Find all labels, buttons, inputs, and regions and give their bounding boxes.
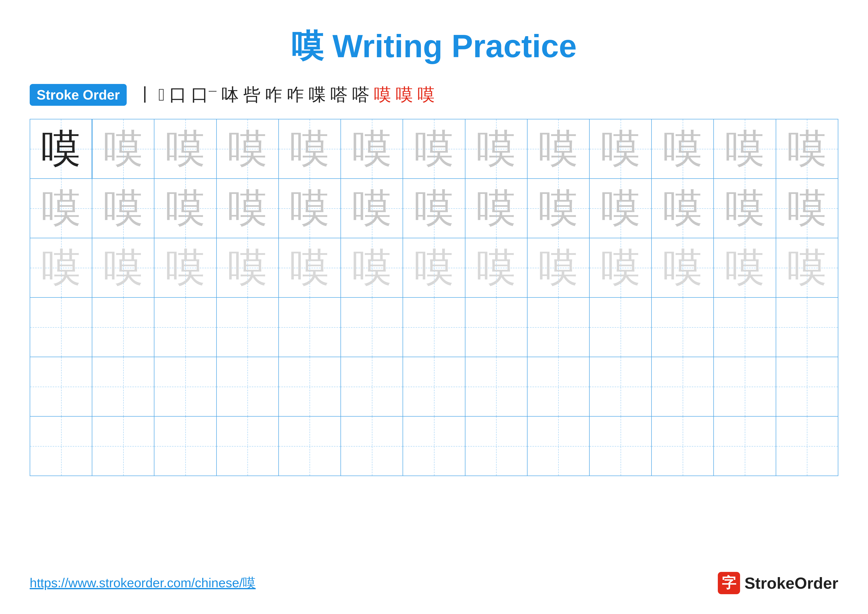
table-cell[interactable] xyxy=(154,357,216,417)
table-cell[interactable] xyxy=(714,357,776,417)
table-cell: 嗼 xyxy=(465,179,527,238)
practice-char: 嗼 xyxy=(41,246,81,290)
table-cell: 嗼 xyxy=(527,238,589,297)
stroke-12: 嗼 xyxy=(374,83,391,107)
table-cell: 嗼 xyxy=(589,179,651,238)
practice-char: 嗼 xyxy=(601,127,640,171)
practice-char: 嗼 xyxy=(166,186,205,230)
table-cell[interactable] xyxy=(154,297,216,357)
table-cell[interactable] xyxy=(217,297,279,357)
practice-char: 嗼 xyxy=(787,186,827,230)
practice-char: 嗼 xyxy=(290,186,329,230)
table-cell[interactable] xyxy=(341,297,403,357)
stroke-sequence: 丨 𠃋 口 口一 呠 呰 咋 咋 喋 嗒 嗒 嗼 嗼 嗼 xyxy=(136,83,435,107)
table-cell[interactable] xyxy=(30,417,92,476)
footer-url[interactable]: https://www.strokeorder.com/chinese/嗼 xyxy=(30,574,256,592)
table-cell: 嗼 xyxy=(651,119,714,179)
table-cell[interactable] xyxy=(465,297,527,357)
table-cell[interactable] xyxy=(527,297,589,357)
table-cell: 嗼 xyxy=(279,119,341,179)
practice-char: 嗼 xyxy=(166,246,205,290)
stroke-7: 咋 xyxy=(265,83,282,107)
practice-char: 嗼 xyxy=(538,186,578,230)
page: 嗼 Writing Practice Stroke Order 丨 𠃋 口 口一… xyxy=(0,0,868,614)
table-cell[interactable] xyxy=(589,297,651,357)
table-cell: 嗼 xyxy=(92,238,154,297)
table-cell[interactable] xyxy=(92,357,154,417)
practice-char: 嗼 xyxy=(476,186,516,230)
practice-char: 嗼 xyxy=(290,246,329,290)
table-cell[interactable] xyxy=(92,417,154,476)
practice-char: 嗼 xyxy=(663,127,702,171)
table-cell[interactable] xyxy=(154,417,216,476)
table-cell[interactable] xyxy=(279,297,341,357)
table-cell[interactable] xyxy=(589,417,651,476)
table-cell[interactable] xyxy=(714,297,776,357)
table-cell[interactable] xyxy=(217,417,279,476)
table-cell[interactable] xyxy=(714,417,776,476)
table-cell: 嗼 xyxy=(92,119,154,179)
logo-text: StrokeOrder xyxy=(744,574,838,592)
practice-char: 嗼 xyxy=(41,127,81,171)
practice-char: 嗼 xyxy=(41,186,81,230)
practice-char: 嗼 xyxy=(787,127,827,171)
table-cell[interactable] xyxy=(341,417,403,476)
practice-char: 嗼 xyxy=(290,127,329,171)
title-char: 嗼 xyxy=(291,28,323,64)
table-cell: 嗼 xyxy=(154,119,216,179)
logo-icon-char: 字 xyxy=(722,574,736,593)
stroke-10: 嗒 xyxy=(330,83,348,107)
table-cell[interactable] xyxy=(279,357,341,417)
table-cell[interactable] xyxy=(651,297,714,357)
practice-char: 嗼 xyxy=(414,127,454,171)
table-row xyxy=(30,417,838,476)
table-cell[interactable] xyxy=(403,417,465,476)
table-cell[interactable] xyxy=(279,417,341,476)
practice-char: 嗼 xyxy=(663,246,702,290)
table-cell[interactable] xyxy=(465,417,527,476)
stroke-1: 丨 xyxy=(136,83,154,107)
table-cell[interactable] xyxy=(30,297,92,357)
table-cell[interactable] xyxy=(527,357,589,417)
table-cell[interactable] xyxy=(776,417,838,476)
table-cell: 嗼 xyxy=(341,119,403,179)
table-cell[interactable] xyxy=(30,357,92,417)
table-cell: 嗼 xyxy=(30,179,92,238)
table-cell[interactable] xyxy=(589,357,651,417)
table-cell: 嗼 xyxy=(651,238,714,297)
table-row xyxy=(30,297,838,357)
table-cell[interactable] xyxy=(403,357,465,417)
table-cell[interactable] xyxy=(776,297,838,357)
table-cell[interactable] xyxy=(651,357,714,417)
table-cell[interactable] xyxy=(651,417,714,476)
table-cell[interactable] xyxy=(527,417,589,476)
table-cell[interactable] xyxy=(217,357,279,417)
practice-char: 嗼 xyxy=(414,246,454,290)
practice-char: 嗼 xyxy=(352,127,392,171)
table-cell: 嗼 xyxy=(589,119,651,179)
table-cell: 嗼 xyxy=(30,238,92,297)
table-cell[interactable] xyxy=(341,357,403,417)
stroke-6: 呰 xyxy=(243,83,260,107)
stroke-order-row: Stroke Order 丨 𠃋 口 口一 呠 呰 咋 咋 喋 嗒 嗒 嗼 嗼 … xyxy=(30,83,838,107)
table-cell: 嗼 xyxy=(651,179,714,238)
table-cell: 嗼 xyxy=(217,119,279,179)
table-cell: 嗼 xyxy=(154,179,216,238)
table-cell: 嗼 xyxy=(465,119,527,179)
practice-char: 嗼 xyxy=(601,186,640,230)
stroke-4: 口一 xyxy=(191,83,217,107)
table-cell[interactable] xyxy=(465,357,527,417)
practice-char: 嗼 xyxy=(725,246,764,290)
table-cell: 嗼 xyxy=(776,238,838,297)
table-cell[interactable] xyxy=(403,297,465,357)
table-cell[interactable] xyxy=(776,357,838,417)
table-cell: 嗼 xyxy=(527,119,589,179)
practice-char: 嗼 xyxy=(725,186,764,230)
table-cell: 嗼 xyxy=(714,119,776,179)
practice-char: 嗼 xyxy=(352,186,392,230)
practice-char: 嗼 xyxy=(538,127,578,171)
footer: https://www.strokeorder.com/chinese/嗼 字 … xyxy=(30,572,838,594)
table-cell: 嗼 xyxy=(217,238,279,297)
table-cell[interactable] xyxy=(92,297,154,357)
table-cell: 嗼 xyxy=(92,179,154,238)
